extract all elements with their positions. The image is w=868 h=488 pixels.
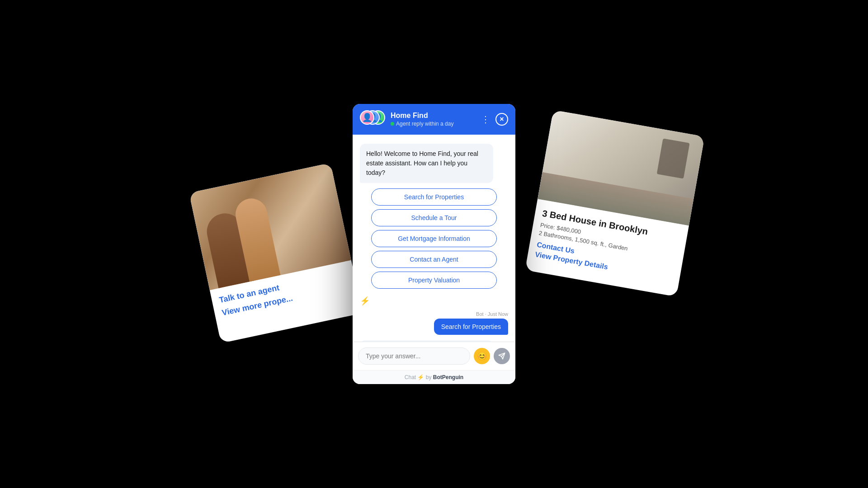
- send-icon: [498, 352, 505, 360]
- chat-subtitle: Agent reply within a day: [391, 121, 474, 127]
- agent-card: Talk to an agent View more prope...: [189, 163, 363, 343]
- agent-avatars: [360, 110, 385, 128]
- chat-subtitle-text: Agent reply within a day: [396, 121, 453, 127]
- quick-reply-mortgage[interactable]: Get Mortgage Information: [371, 230, 497, 247]
- chat-input-area: 😊: [353, 342, 515, 370]
- message-meta: Bot · Just Now: [476, 311, 508, 317]
- lightning-icon: ⚡: [360, 296, 370, 306]
- chat-title: Home Find: [391, 112, 474, 120]
- chat-footer: Chat ⚡ by BotPenguin: [353, 370, 515, 384]
- chat-body: Hello! Welcome to Home Find, your real e…: [353, 135, 515, 342]
- bot-greeting-message: Hello! Welcome to Home Find, your real e…: [360, 144, 493, 183]
- chat-header-actions: ⋮ ×: [479, 112, 508, 127]
- quick-reply-schedule-tour[interactable]: Schedule a Tour: [371, 209, 497, 226]
- quick-reply-property-valuation[interactable]: Property Valuation: [371, 272, 497, 289]
- quick-reply-search-properties[interactable]: Search for Properties: [371, 188, 497, 206]
- quick-reply-contact-agent[interactable]: Contact an Agent: [371, 251, 497, 268]
- emoji-button[interactable]: 😊: [474, 348, 490, 364]
- quick-replies-initial: Search for Properties Schedule a Tour Ge…: [360, 188, 508, 289]
- user-message: Search for Properties: [434, 319, 508, 335]
- more-options-button[interactable]: ⋮: [479, 112, 492, 127]
- brand-name: BotPenguin: [433, 374, 463, 380]
- chat-header-info: Home Find Agent reply within a day: [391, 112, 474, 127]
- avatar-1: [360, 110, 374, 125]
- close-button[interactable]: ×: [495, 113, 508, 126]
- user-message-container: Bot · Just Now Search for Properties: [360, 311, 508, 335]
- footer-text: Chat ⚡ by BotPenguin: [405, 374, 463, 380]
- online-indicator: [391, 122, 394, 126]
- chat-widget: Home Find Agent reply within a day ⋮ × H…: [353, 104, 515, 384]
- property-card: 3 Bed House in Brooklyn Price: $480,000 …: [525, 110, 704, 297]
- chat-input[interactable]: [358, 347, 470, 365]
- send-button[interactable]: [494, 348, 510, 364]
- chat-header: Home Find Agent reply within a day ⋮ ×: [353, 104, 515, 135]
